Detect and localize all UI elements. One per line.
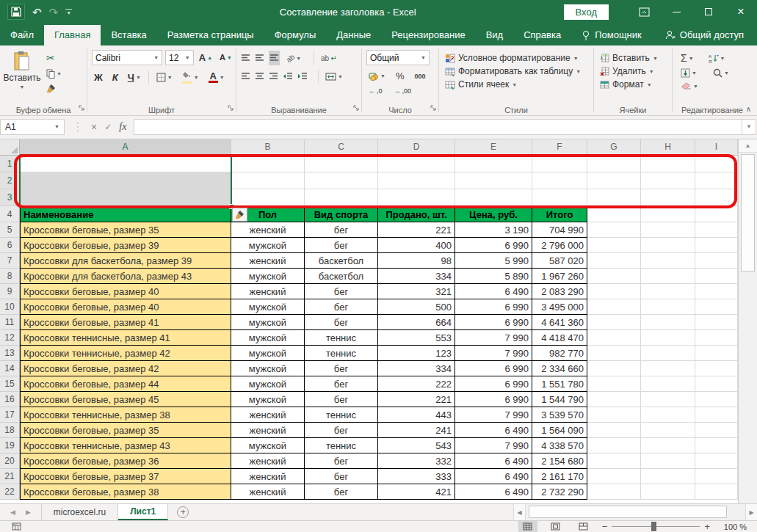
column-header-B[interactable]: B <box>231 139 305 156</box>
cell[interactable]: мужской <box>231 238 305 253</box>
paste-dropdown[interactable]: ▼ <box>20 84 25 90</box>
cell[interactable]: 704 990 <box>532 222 587 238</box>
number-format-select[interactable]: Общий▼ <box>366 50 430 65</box>
cell-I15[interactable] <box>695 376 738 392</box>
new-sheet-button[interactable]: + <box>177 506 189 518</box>
cell[interactable]: 982 770 <box>532 346 587 361</box>
cell[interactable]: теннис <box>305 438 378 453</box>
table-header-cell[interactable]: Вид спорта <box>305 206 378 222</box>
cell-C3[interactable] <box>305 189 378 206</box>
cell[interactable]: Кроссовки для баскетбола, размер 43 <box>20 269 231 284</box>
cell[interactable]: бег <box>305 392 378 407</box>
cell-H3[interactable] <box>641 189 695 206</box>
horizontal-scroll-thumb[interactable] <box>529 506 727 518</box>
cell[interactable]: 6 990 <box>455 238 532 253</box>
align-middle-button[interactable] <box>255 51 264 65</box>
cell-G4[interactable] <box>587 206 641 222</box>
column-header-E[interactable]: E <box>455 139 532 156</box>
cell[interactable]: женский <box>231 407 305 423</box>
cell-G8[interactable] <box>587 269 641 284</box>
cell-I5[interactable] <box>695 222 738 238</box>
cell-H16[interactable] <box>641 392 695 407</box>
cell[interactable]: Кроссовки беговые, размер 35 <box>20 423 231 438</box>
cell[interactable]: теннис <box>305 346 378 361</box>
cell-I10[interactable] <box>695 299 738 315</box>
cell-H17[interactable] <box>641 407 695 423</box>
delete-cells-button[interactable]: Удалить▼ <box>600 66 670 76</box>
cell[interactable]: 332 <box>378 453 455 469</box>
cell[interactable]: 1 967 260 <box>532 269 587 284</box>
cell-H5[interactable] <box>641 222 695 238</box>
cell-H8[interactable] <box>641 269 695 284</box>
cell-H15[interactable] <box>641 376 695 392</box>
cell[interactable]: 2 334 660 <box>532 361 587 376</box>
zoom-level[interactable]: 100 % <box>719 522 747 531</box>
sheet-tab-list1[interactable]: Лист1 <box>118 504 168 520</box>
cell[interactable]: 5 890 <box>455 269 532 284</box>
cell[interactable]: 241 <box>378 423 455 438</box>
tab-view[interactable]: Вид <box>476 25 514 45</box>
cell[interactable]: 400 <box>378 238 455 253</box>
decrease-decimal-button[interactable]: →,00 <box>392 87 414 95</box>
zoom-slider-thumb[interactable] <box>651 522 656 531</box>
tab-assistant[interactable]: Помощник <box>571 25 652 45</box>
cell[interactable]: мужской <box>231 299 305 315</box>
cell-I13[interactable] <box>695 346 738 361</box>
cell[interactable]: теннис <box>305 330 378 346</box>
autosum-button[interactable]: Σ▼ <box>678 51 696 65</box>
number-dialog-launcher[interactable] <box>430 101 436 114</box>
tab-formulas[interactable]: Формулы <box>264 25 327 45</box>
column-header-F[interactable]: F <box>532 139 587 156</box>
cell[interactable]: 421 <box>378 484 455 500</box>
scroll-left-button[interactable]: ◀ <box>513 504 525 520</box>
cell[interactable]: 6 490 <box>455 453 532 469</box>
cell[interactable]: мужской <box>231 376 305 392</box>
cell[interactable]: бег <box>305 484 378 500</box>
cell[interactable]: 334 <box>378 269 455 284</box>
cell[interactable]: бег <box>305 469 378 484</box>
zoom-out-button[interactable]: − <box>602 521 608 532</box>
cell-G2[interactable] <box>587 172 641 189</box>
horizontal-scroll-track[interactable] <box>525 504 745 520</box>
cell-E3[interactable] <box>455 189 532 206</box>
cell-H4[interactable] <box>641 206 695 222</box>
cell-A3[interactable] <box>20 189 231 206</box>
cell[interactable]: 334 <box>378 361 455 376</box>
cell[interactable]: бег <box>305 238 378 253</box>
cell[interactable]: Кроссовки беговые, размер 42 <box>20 361 231 376</box>
cell[interactable]: 543 <box>378 438 455 453</box>
cell[interactable]: женский <box>231 253 305 269</box>
cell[interactable]: мужской <box>231 438 305 453</box>
cell[interactable]: Кроссовки беговые, размер 41 <box>20 315 231 330</box>
wrap-text-button[interactable]: ab↵ <box>319 54 339 63</box>
cell[interactable]: Кроссовки беговые, размер 37 <box>20 469 231 484</box>
increase-decimal-button[interactable]: ←,0 <box>366 87 385 95</box>
cell[interactable]: мужской <box>231 346 305 361</box>
cell-G18[interactable] <box>587 423 641 438</box>
row-header-2[interactable]: 2 <box>0 172 20 189</box>
cell-E2[interactable] <box>455 172 532 189</box>
align-bottom-button[interactable] <box>269 51 280 65</box>
accounting-format-button[interactable]: ▼ <box>366 71 388 81</box>
cell-I16[interactable] <box>695 392 738 407</box>
tab-insert[interactable]: Вставка <box>101 25 156 45</box>
cell[interactable]: бег <box>305 453 378 469</box>
cell[interactable]: 443 <box>378 407 455 423</box>
cell-I18[interactable] <box>695 423 738 438</box>
clipboard-dialog-launcher[interactable] <box>79 101 84 114</box>
cell[interactable]: 7 990 <box>455 346 532 361</box>
cell[interactable]: Кроссовки для баскетбола, размер 39 <box>20 253 231 269</box>
cut-button[interactable]: ✂ <box>44 51 64 65</box>
cell-I6[interactable] <box>695 238 738 253</box>
row-header-8[interactable]: 8 <box>0 269 20 284</box>
formula-bar-expand-button[interactable]: ▼ <box>742 119 756 135</box>
name-box[interactable]: A1 ▼ <box>0 119 65 135</box>
cell[interactable]: 664 <box>378 315 455 330</box>
select-all-corner[interactable] <box>0 139 20 156</box>
horizontal-scrollbar[interactable]: ◀ ▶ <box>513 504 757 520</box>
row-header-17[interactable]: 17 <box>0 407 20 423</box>
row-header-12[interactable]: 12 <box>0 330 20 346</box>
alignment-dialog-launcher[interactable] <box>353 101 359 114</box>
cell[interactable]: 6 490 <box>455 423 532 438</box>
format-as-table-button[interactable]: Форматировать как таблицу▼ <box>445 66 592 76</box>
